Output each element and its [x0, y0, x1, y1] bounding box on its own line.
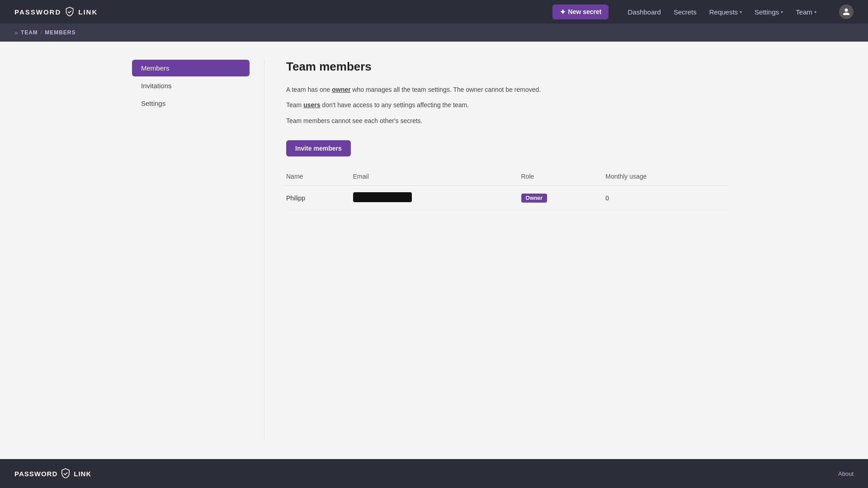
navbar: PASSWORD LINK ✦ New secret Dashboard Sec… — [0, 0, 868, 24]
sidebar-settings-label: Settings — [141, 99, 165, 107]
new-secret-button[interactable]: ✦ New secret — [552, 5, 609, 19]
breadcrumb-team: TEAM — [21, 29, 38, 36]
footer-logo: PASSWORD LINK — [14, 468, 91, 479]
info-text-2: Team users don't have access to any sett… — [286, 100, 729, 110]
nav-secrets-label: Secrets — [674, 8, 697, 16]
owner-badge: Owner — [521, 194, 547, 203]
footer-logo-link: LINK — [74, 470, 91, 478]
sidebar-members-label: Members — [141, 64, 170, 72]
info2-suffix: don't have access to any settings affect… — [320, 101, 469, 109]
new-secret-label: New secret — [568, 8, 602, 15]
breadcrumb-members: MEMBERS — [45, 29, 75, 36]
team-chevron-icon: ▾ — [814, 9, 816, 14]
col-name: Name — [286, 169, 353, 186]
info1-suffix: who manages all the team settings. The o… — [350, 86, 541, 93]
main-content: Team members A team has one owner who ma… — [279, 60, 736, 441]
info1-prefix: A team has one — [286, 86, 332, 93]
breadcrumb-separator: / — [41, 29, 42, 36]
breadcrumb-arrow-icon: » — [14, 29, 18, 36]
nav-logo-shield-icon — [65, 7, 75, 17]
nav-requests-label: Requests — [709, 8, 738, 16]
nav-logo[interactable]: PASSWORD LINK — [14, 7, 98, 17]
nav-logo-link-text: LINK — [78, 8, 98, 16]
page-title: Team members — [286, 60, 729, 74]
sidebar-item-invitations[interactable]: Invitations — [132, 77, 250, 94]
nav-settings[interactable]: Settings ▾ — [750, 5, 788, 19]
settings-chevron-icon: ▾ — [781, 9, 783, 14]
member-name: Philipp — [286, 186, 353, 210]
footer-logo-text: PASSWORD — [14, 470, 57, 478]
table-body: Philipp Owner 0 — [286, 186, 729, 210]
members-table: Name Email Role Monthly usage Philipp Ow… — [286, 169, 729, 210]
invite-members-button[interactable]: Invite members — [286, 140, 351, 156]
col-usage: Monthly usage — [605, 169, 729, 186]
footer: PASSWORD LINK About — [0, 459, 868, 488]
footer-about-label: About — [838, 470, 854, 477]
nav-dashboard[interactable]: Dashboard — [623, 5, 665, 19]
nav-team-label: Team — [796, 8, 812, 16]
footer-about-link[interactable]: About — [838, 470, 854, 477]
col-role: Role — [521, 169, 606, 186]
member-role: Owner — [521, 186, 606, 210]
breadcrumb: » TEAM / MEMBERS — [0, 24, 868, 42]
member-usage: 0 — [605, 186, 729, 210]
user-avatar[interactable] — [839, 5, 854, 19]
nav-settings-label: Settings — [755, 8, 779, 16]
col-email: Email — [353, 169, 521, 186]
footer-shield-icon — [61, 468, 70, 479]
nav-secrets[interactable]: Secrets — [669, 5, 701, 19]
nav-requests[interactable]: Requests ▾ — [705, 5, 746, 19]
info2-bold: users — [303, 101, 320, 109]
nav-links: Dashboard Secrets Requests ▾ Settings ▾ … — [623, 5, 821, 19]
info1-bold: owner — [332, 86, 350, 93]
plus-icon: ✦ — [560, 8, 566, 16]
requests-chevron-icon: ▾ — [740, 9, 742, 14]
sidebar-item-members[interactable]: Members — [132, 60, 250, 76]
info2-prefix: Team — [286, 101, 303, 109]
sidebar-item-settings[interactable]: Settings — [132, 95, 250, 112]
sidebar: Members Invitations Settings — [132, 60, 250, 441]
invite-btn-label: Invite members — [295, 145, 342, 152]
nav-team[interactable]: Team ▾ — [791, 5, 821, 19]
nav-dashboard-label: Dashboard — [627, 8, 660, 16]
sidebar-invitations-label: Invitations — [141, 82, 172, 90]
table-header: Name Email Role Monthly usage — [286, 169, 729, 186]
info-text-1: A team has one owner who manages all the… — [286, 85, 729, 95]
nav-logo-text: PASSWORD — [14, 8, 61, 16]
page-body: Members Invitations Settings Team member… — [118, 42, 750, 459]
table-row: Philipp Owner 0 — [286, 186, 729, 210]
member-email — [353, 186, 521, 210]
email-redacted-block — [353, 192, 412, 202]
info-text-3: Team members cannot see each other's sec… — [286, 116, 729, 126]
sidebar-divider — [264, 60, 264, 441]
